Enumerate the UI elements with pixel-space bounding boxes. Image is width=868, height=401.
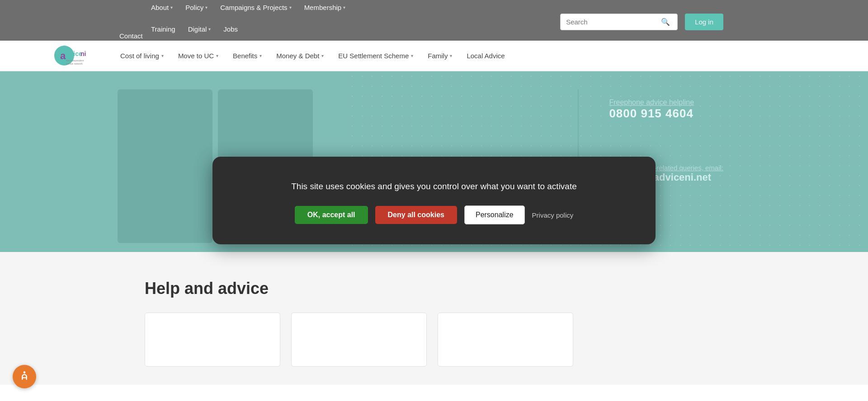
- policy-dropdown-icon: ▾: [205, 5, 208, 10]
- eu-settlement-dropdown-icon: ▾: [411, 53, 413, 58]
- benefits-dropdown-icon: ▾: [259, 53, 262, 58]
- below-hero-section: Help and advice: [0, 252, 868, 385]
- membership-dropdown-icon: ▾: [343, 5, 345, 10]
- nav-jobs[interactable]: Jobs: [217, 22, 244, 37]
- about-dropdown-icon: ▾: [170, 5, 173, 10]
- money-debt-dropdown-icon: ▾: [321, 53, 324, 58]
- nav-family[interactable]: Family ▾: [420, 48, 459, 63]
- search-box[interactable]: 🔍: [560, 14, 678, 30]
- helpline-link[interactable]: Freephone advice helpline: [609, 98, 723, 107]
- personalize-button[interactable]: Personalize: [464, 205, 525, 224]
- top-nav: About ▾ Policy ▾ Campaigns & Projects ▾ …: [0, 0, 868, 41]
- nav-cost-of-living[interactable]: Cost of living ▾: [113, 48, 171, 63]
- nav-membership[interactable]: Membership ▾: [298, 0, 352, 15]
- privacy-policy-link[interactable]: Privacy policy: [532, 211, 574, 219]
- accept-all-button[interactable]: OK, accept all: [295, 206, 368, 224]
- advice-cards-row: [145, 312, 723, 367]
- family-dropdown-icon: ▾: [450, 53, 452, 58]
- nav-eu-settlement[interactable]: EU Settlement Scheme ▾: [331, 48, 420, 63]
- cost-of-living-dropdown-icon: ▾: [161, 53, 164, 58]
- advice-card-3: [438, 312, 573, 367]
- nav-about[interactable]: About ▾: [145, 0, 179, 15]
- advice-card-2: [291, 312, 427, 367]
- helpline-number: 0800 915 4604: [609, 107, 723, 121]
- move-to-uc-dropdown-icon: ▾: [216, 53, 218, 58]
- cookie-message: This site uses cookies and gives you con…: [291, 180, 577, 193]
- helpline-section: Freephone advice helpline 0800 915 4604: [609, 98, 723, 121]
- svg-text:a: a: [60, 50, 66, 61]
- nav-money-debt[interactable]: Money & Debt ▾: [269, 48, 331, 63]
- svg-text:ni: ni: [80, 50, 86, 57]
- hero-image-1: [118, 89, 212, 243]
- nav-digital[interactable]: Digital ▾: [182, 22, 217, 37]
- advice-card-1: [145, 312, 280, 367]
- top-nav-right: 🔍 Log in: [560, 14, 723, 30]
- deny-all-button[interactable]: Deny all cookies: [375, 206, 457, 224]
- accessibility-icon: [18, 370, 31, 383]
- search-icon[interactable]: 🔍: [661, 18, 670, 26]
- nav-campaigns[interactable]: Campaigns & Projects ▾: [214, 0, 297, 15]
- second-nav: a dvice ni the independent advice networ…: [0, 41, 868, 71]
- site-logo[interactable]: a dvice ni the independent advice networ…: [54, 43, 95, 68]
- nav-move-to-uc[interactable]: Move to UC ▾: [171, 48, 226, 63]
- nav-benefits[interactable]: Benefits ▾: [226, 48, 269, 63]
- accessibility-button[interactable]: [13, 365, 36, 388]
- nav-contact[interactable]: Contact: [113, 28, 149, 43]
- nav-local-advice[interactable]: Local Advice: [459, 48, 512, 63]
- svg-text:advice network: advice network: [66, 62, 83, 65]
- logo-area[interactable]: a dvice ni the independent advice networ…: [54, 43, 95, 68]
- svg-text:dvice: dvice: [66, 50, 82, 57]
- cookie-banner: This site uses cookies and gives you con…: [212, 157, 656, 245]
- campaigns-dropdown-icon: ▾: [289, 5, 292, 10]
- svg-point-6: [24, 371, 26, 373]
- top-nav-links: About ▾ Policy ▾ Campaigns & Projects ▾ …: [145, 0, 356, 43]
- digital-dropdown-icon: ▾: [208, 27, 211, 32]
- second-nav-items: Cost of living ▾ Move to UC ▾ Benefits ▾…: [113, 48, 814, 63]
- nav-training[interactable]: Training: [145, 22, 182, 37]
- nav-policy[interactable]: Policy ▾: [179, 0, 214, 15]
- login-button[interactable]: Log in: [685, 14, 723, 30]
- cookie-buttons: OK, accept all Deny all cookies Personal…: [295, 205, 574, 224]
- help-advice-title: Help and advice: [145, 279, 723, 298]
- search-input[interactable]: [566, 18, 661, 26]
- svg-text:the independent: the independent: [66, 59, 84, 62]
